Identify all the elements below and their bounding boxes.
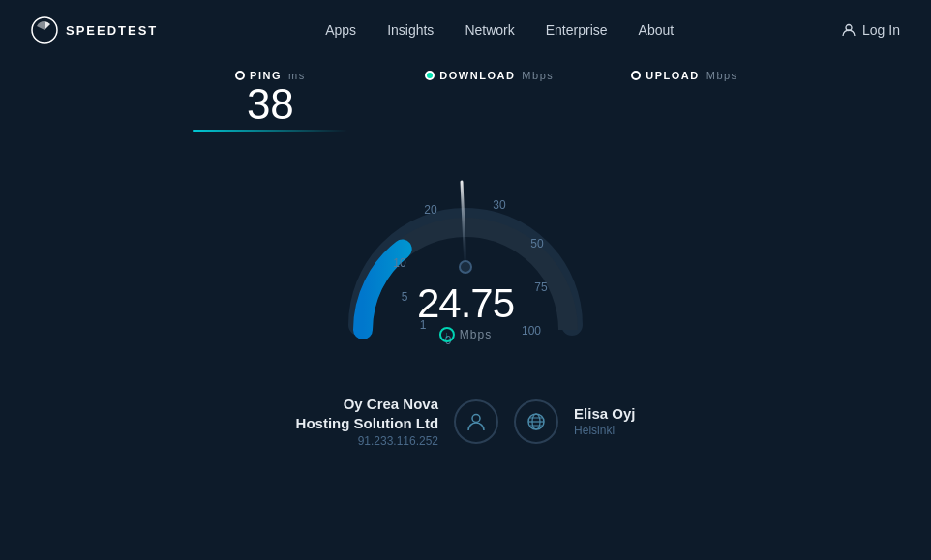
speed-value: 24.75 [417,283,514,324]
logo[interactable]: SPEEDTEST [31,16,158,44]
provider-info: Elisa Oyj Helsinki [574,405,635,437]
stats-row: PING ms 38 DOWNLOAD Mbps UPLOAD Mbps [193,70,737,132]
speedometer-svg: 0 1 5 10 20 30 50 75 100 [330,132,601,383]
stat-upload: UPLOAD Mbps [631,70,737,83]
person-icon [466,411,487,432]
speed-display: 24.75 Mbps [417,283,514,342]
user-icon [841,22,856,38]
isp-info: Oy Crea Nova Hosting Solution Ltd 91.233… [296,395,438,448]
svg-text:10: 10 [393,256,406,270]
svg-point-13 [472,414,480,422]
ip-address: 91.233.116.252 [296,434,438,448]
download-dot [425,71,435,80]
svg-line-11 [462,182,466,267]
svg-text:75: 75 [534,280,548,294]
upload-dot [631,71,641,80]
stat-download: DOWNLOAD Mbps [425,70,554,83]
download-unit: Mbps [522,70,554,81]
isp-name-line1: Oy Crea Nova [296,395,438,414]
provider-name: Elisa Oyj [574,405,635,422]
nav-links: Apps Insights Network Enterprise About [325,21,674,39]
nav-insights[interactable]: Insights [387,22,434,38]
ping-underline [193,130,347,132]
user-circle-icon [454,399,498,444]
ping-dot [235,71,245,80]
download-label: DOWNLOAD [439,70,515,81]
nav-enterprise[interactable]: Enterprise [546,22,608,38]
svg-text:50: 50 [530,237,544,251]
logo-icon [31,16,58,44]
navbar: SPEEDTEST Apps Insights Network Enterpri… [0,0,931,60]
nav-apps[interactable]: Apps [325,22,356,38]
svg-text:5: 5 [402,290,408,304]
login-button[interactable]: Log In [841,22,900,38]
info-row: Oy Crea Nova Hosting Solution Ltd 91.233… [296,395,636,448]
svg-point-12 [460,261,471,273]
nav-about[interactable]: About [639,22,675,38]
main-content: PING ms 38 DOWNLOAD Mbps UPLOAD Mbps [0,60,931,448]
provider-city: Helsinki [574,424,635,437]
svg-text:20: 20 [424,203,437,217]
login-label: Log In [862,22,900,38]
svg-text:100: 100 [522,324,541,338]
upload-unit: Mbps [706,70,738,81]
globe-icon [526,411,547,432]
logo-text: SPEEDTEST [66,23,158,38]
globe-circle-icon [514,399,558,444]
stat-ping: PING ms 38 [193,70,347,132]
download-arrow-icon [439,327,455,342]
nav-network[interactable]: Network [465,22,514,38]
isp-name-line2: Hosting Solution Ltd [296,414,438,433]
upload-label: UPLOAD [646,70,699,81]
ping-value: 38 [247,83,294,126]
speed-unit: Mbps [460,328,492,341]
svg-text:30: 30 [493,198,506,212]
speedometer: 0 1 5 10 20 30 50 75 100 [330,132,601,383]
